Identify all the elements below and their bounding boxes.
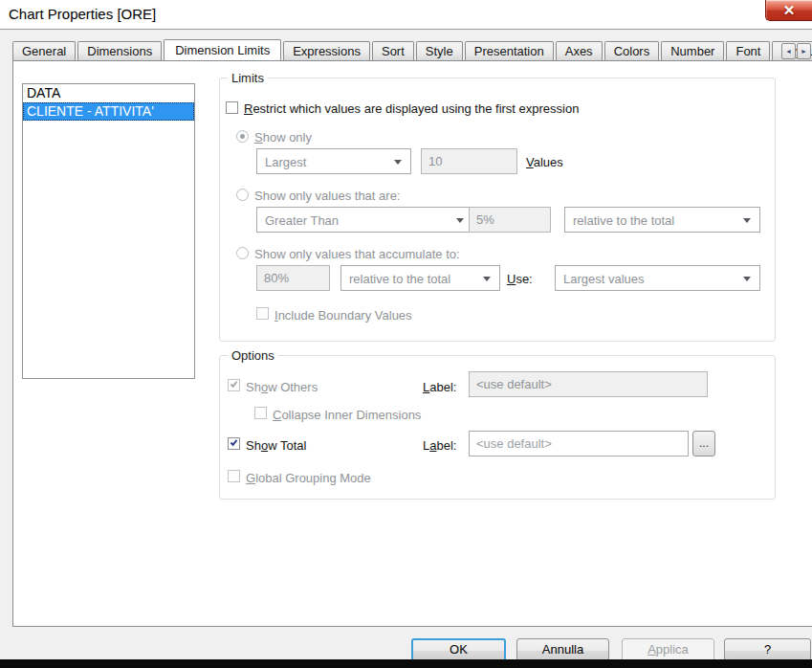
tab-axes[interactable]: Axes — [556, 41, 603, 60]
chevron-down-icon — [483, 277, 491, 281]
others-label-caption: Label: — [423, 380, 456, 394]
include-boundary-label: Include Boundary Values — [274, 308, 412, 323]
comparison-dropdown: Greater Than — [256, 207, 473, 233]
tab-dimensions[interactable]: Dimensions — [77, 41, 162, 60]
chevron-down-icon — [743, 218, 751, 223]
close-icon[interactable]: ✕ — [765, 0, 812, 21]
tab-sort[interactable]: Sort — [372, 41, 414, 60]
options-group: Options Show Others Label: Collapse Inne… — [219, 355, 776, 500]
show-values-that-are-radio — [236, 189, 249, 201]
show-only-mode-dropdown: Largest — [256, 148, 411, 174]
chevron-down-icon — [456, 218, 464, 223]
accumulate-relative-dropdown: relative to the total — [340, 265, 500, 291]
tab-style[interactable]: Style — [416, 41, 463, 60]
use-values-dropdown: Largest values — [555, 265, 760, 291]
tab-expressions[interactable]: Expressions — [283, 41, 370, 60]
tab-colors[interactable]: Colors — [604, 41, 660, 60]
screen-edge — [0, 659, 812, 668]
show-others-label: Show Others — [246, 380, 318, 394]
values-label: Values — [526, 155, 563, 169]
options-group-title: Options — [228, 348, 278, 363]
page-title: Chart Properties [ORE] — [9, 6, 156, 22]
tab-presentation[interactable]: Presentation — [465, 41, 554, 60]
limits-group: Limits Restrict which values are display… — [219, 78, 776, 342]
accumulate-radio — [236, 247, 249, 259]
show-total-label: Show Total — [246, 438, 306, 453]
show-only-count-input — [421, 148, 517, 174]
list-item-cliente-attivita[interactable]: CLIENTE - ATTIVITA' — [23, 102, 194, 121]
list-item-data[interactable]: DATA — [23, 84, 194, 102]
global-grouping-checkbox — [228, 470, 240, 482]
title-bar: Chart Properties [ORE] — [0, 0, 812, 29]
threshold-input — [469, 207, 551, 233]
dropdown-value: Greater Than — [265, 213, 339, 228]
accumulate-label: Show only values that accumulate to: — [254, 247, 460, 261]
show-only-radio — [236, 130, 249, 143]
accumulate-amount-input — [256, 265, 330, 291]
collapse-inner-checkbox — [254, 407, 267, 419]
others-label-input — [469, 371, 708, 397]
show-values-that-are-label: Show only values that are: — [254, 189, 400, 203]
global-grouping-label: Global Grouping Mode — [246, 471, 371, 485]
dimension-limits-page: DATA CLIENTE - ATTIVITA' Limits Restrict… — [12, 60, 812, 627]
include-boundary-checkbox — [256, 307, 269, 320]
tab-scroll-left-icon[interactable]: ◄ — [781, 43, 796, 59]
show-only-label: Show only — [254, 130, 312, 145]
show-total-checkbox[interactable] — [228, 437, 240, 450]
tab-general[interactable]: General — [12, 41, 76, 60]
tab-scroll-buttons: ◄ ► — [781, 43, 811, 59]
chevron-down-icon — [743, 277, 751, 281]
total-label-input[interactable] — [469, 431, 689, 456]
checkmark-icon — [230, 438, 238, 446]
tab-font[interactable]: Font — [726, 41, 770, 60]
dimension-listbox[interactable]: DATA CLIENTE - ATTIVITA' — [22, 83, 195, 379]
browse-button[interactable]: ... — [692, 431, 715, 456]
dropdown-value: relative to the total — [349, 272, 450, 286]
dropdown-value: Largest — [265, 155, 306, 169]
radio-dot-icon — [240, 134, 245, 139]
use-label: Use: — [507, 272, 533, 286]
dropdown-value: Largest values — [563, 272, 645, 286]
checkmark-icon — [230, 380, 238, 388]
tab-dimension-limits[interactable]: Dimension Limits — [164, 39, 281, 60]
restrict-values-label: Restrict which values are displayed usin… — [244, 101, 579, 116]
chevron-down-icon — [394, 160, 402, 165]
restrict-values-checkbox[interactable] — [226, 101, 238, 114]
tab-scroll-right-icon[interactable]: ► — [797, 43, 811, 59]
tab-strip: General Dimensions Dimension Limits Expr… — [12, 38, 812, 60]
relative-to-total-dropdown: relative to the total — [564, 207, 760, 233]
limits-group-title: Limits — [228, 71, 268, 85]
show-others-checkbox — [228, 379, 240, 391]
chart-properties-dialog: Chart Properties [ORE] ✕ General Dimensi… — [0, 0, 812, 668]
collapse-inner-label: Collapse Inner Dimensions — [273, 408, 421, 422]
tab-number[interactable]: Number — [661, 41, 724, 60]
total-label-caption: Label: — [423, 438, 456, 453]
dropdown-value: relative to the total — [573, 213, 674, 228]
